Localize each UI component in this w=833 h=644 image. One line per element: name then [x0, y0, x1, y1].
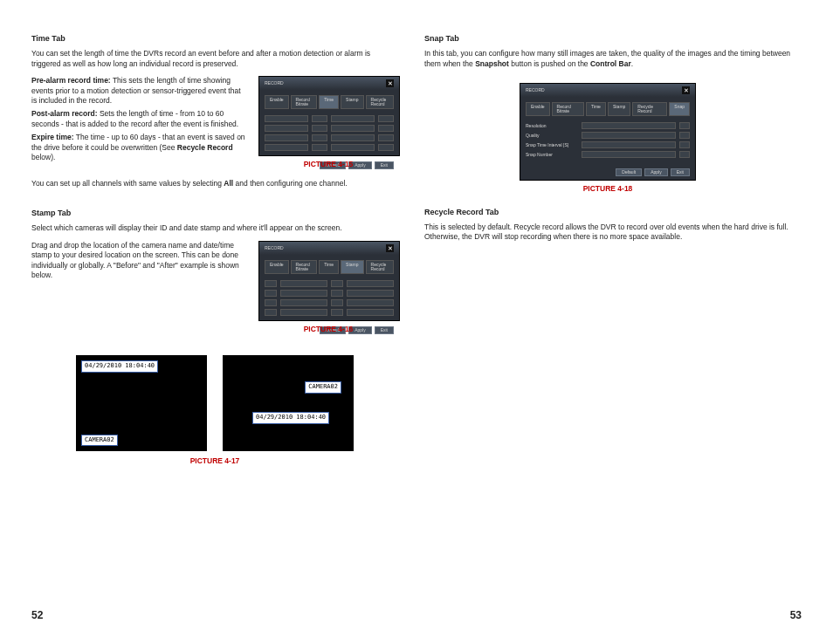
dvr-cell — [331, 299, 343, 306]
dvr-titlebar: RECORD ✕ — [520, 84, 695, 97]
tab-time[interactable]: Time — [319, 95, 339, 109]
tab-time[interactable]: Time — [319, 260, 339, 274]
dvr-cell — [679, 122, 690, 129]
tab-bitrate[interactable]: Record Bitrate — [552, 102, 584, 116]
dvr-footer: Default Apply Exit — [526, 168, 690, 176]
table-row: Resolution — [526, 122, 690, 129]
exit-button[interactable]: Exit — [375, 326, 394, 334]
tab-enable[interactable]: Enable — [265, 260, 289, 274]
all-note-a: You can set up all channels with same va… — [31, 179, 224, 188]
dvr-cell — [331, 309, 343, 316]
osd-camera[interactable]: CAMERA02 — [81, 435, 118, 446]
dvr-row — [265, 115, 394, 122]
tab-recycle[interactable]: Recycle Record — [366, 95, 394, 109]
dvr-cell — [265, 144, 308, 151]
recycle-tab-heading: Recycle Record Tab — [424, 207, 791, 217]
default-button[interactable]: Default — [616, 168, 642, 176]
snap-tab-heading: Snap Tab — [424, 33, 791, 44]
dvr-cell — [265, 125, 308, 132]
dvr-cell — [331, 280, 343, 287]
dvr-window-snap: RECORD ✕ Enable Record Bitrate Time Stam… — [520, 83, 696, 181]
all-note-b: and then configuring one channel. — [233, 179, 347, 188]
tab-time[interactable]: Time — [586, 102, 606, 116]
dvr-cell — [280, 280, 327, 287]
dvr-cell — [378, 144, 394, 151]
expire-label: Expire time: — [31, 133, 74, 141]
time-tab-intro: You can set the length of time the DVRs … — [31, 49, 398, 69]
dvr-cell — [378, 134, 394, 141]
table-row — [265, 309, 394, 316]
time-tab-block: RECORD ✕ Enable Record Bitrate Time Stam… — [31, 76, 398, 178]
close-icon[interactable]: ✕ — [386, 79, 394, 87]
dvr-cell — [347, 290, 394, 297]
tab-enable[interactable]: Enable — [265, 95, 289, 109]
table-row — [265, 290, 394, 297]
tab-stamp[interactable]: Stamp — [341, 95, 363, 109]
dvr-cell — [679, 132, 690, 139]
before-screen: 04/29/2010 18:04:40 CAMERA02 — [76, 355, 207, 451]
dvr-cell — [312, 125, 327, 132]
row-label: Resolution — [526, 122, 578, 129]
tab-stamp[interactable]: Stamp — [608, 102, 630, 116]
table-row: Snap Time Interval [S] — [526, 141, 690, 148]
exit-button[interactable]: Exit — [375, 161, 394, 169]
dvr-cell — [312, 134, 327, 141]
osd-camera[interactable]: CAMERA02 — [305, 381, 341, 393]
time-tab-heading: Time Tab — [31, 33, 398, 44]
dvr-tabs: Enable Record Bitrate Time Stamp Recycle… — [265, 260, 394, 274]
dvr-cell — [679, 151, 690, 158]
pre-alarm-label: Pre-alarm record time: — [31, 76, 111, 85]
tab-stamp[interactable]: Stamp — [341, 260, 363, 274]
tab-bitrate[interactable]: Record Bitrate — [291, 95, 318, 109]
snap-tab-intro: In this tab, you can configure how many … — [424, 49, 791, 69]
page-spread: Time Tab You can set the length of time … — [0, 0, 833, 644]
dvr-cell — [331, 115, 375, 122]
figure-4-18: RECORD ✕ Enable Record Bitrate Time Stam… — [424, 83, 791, 194]
tab-recycle[interactable]: Recycle Record — [366, 260, 394, 274]
dvr-cell — [312, 144, 327, 151]
post-alarm-label: Post-alarm record: — [31, 109, 98, 118]
exit-button[interactable]: Exit — [671, 168, 690, 176]
dvr-cell — [265, 309, 277, 316]
close-icon[interactable]: ✕ — [386, 244, 394, 252]
dvr-cell — [582, 141, 676, 148]
row-label: Snap Time Interval [S] — [526, 141, 578, 148]
osd-timestamp[interactable]: 04/29/2010 18:04:40 — [252, 412, 329, 423]
dvr-cell — [582, 132, 676, 139]
dvr-titlebar: RECORD ✕ — [259, 242, 399, 255]
tab-recycle[interactable]: Recycle Record — [632, 102, 667, 116]
dvr-cell — [280, 309, 327, 316]
snap-intro-bold2: Control Bar — [590, 59, 631, 68]
dvr-row — [265, 144, 394, 151]
caption-4-17: PICTURE 4-17 — [31, 456, 398, 466]
dvr-cell — [347, 309, 394, 316]
row-label: Quality — [526, 132, 578, 139]
table-row: Snap Number — [526, 151, 690, 158]
dvr-title-text: RECORD — [526, 88, 545, 92]
page-number-left: 52 — [31, 608, 43, 622]
dvr-cell — [265, 134, 308, 141]
apply-button[interactable]: Apply — [644, 168, 668, 176]
tab-bitrate[interactable]: Record Bitrate — [291, 260, 318, 274]
figure-4-15: RECORD ✕ Enable Record Bitrate Time Stam… — [258, 76, 398, 169]
close-icon[interactable]: ✕ — [682, 86, 690, 94]
page-number-right: 53 — [790, 608, 802, 622]
tab-enable[interactable]: Enable — [526, 102, 550, 116]
dvr-titlebar: RECORD ✕ — [259, 77, 399, 90]
dvr-cell — [378, 115, 394, 122]
dvr-cell — [265, 299, 277, 306]
dvr-cell — [679, 141, 690, 148]
stamp-tab-block: RECORD ✕ Enable Record Bitrate Time Stam… — [31, 241, 398, 343]
stamp-tab-intro: Select which cameras will display their … — [31, 223, 398, 233]
table-row: Quality — [526, 132, 690, 139]
osd-timestamp[interactable]: 04/29/2010 18:04:40 — [81, 360, 158, 372]
tab-snap[interactable]: Snap — [669, 102, 690, 116]
dvr-cell — [265, 290, 277, 297]
dvr-body: Enable Record Bitrate Time Stamp Recycle… — [520, 97, 695, 182]
table-row — [265, 280, 394, 287]
dvr-cell — [331, 144, 375, 151]
dvr-cell — [265, 280, 277, 287]
dvr-cell — [331, 125, 375, 132]
figure-4-17: 04/29/2010 18:04:40 CAMERA02 CAMERA02 04… — [31, 355, 398, 451]
page-right: Snap Tab In this tab, you can configure … — [424, 33, 791, 644]
